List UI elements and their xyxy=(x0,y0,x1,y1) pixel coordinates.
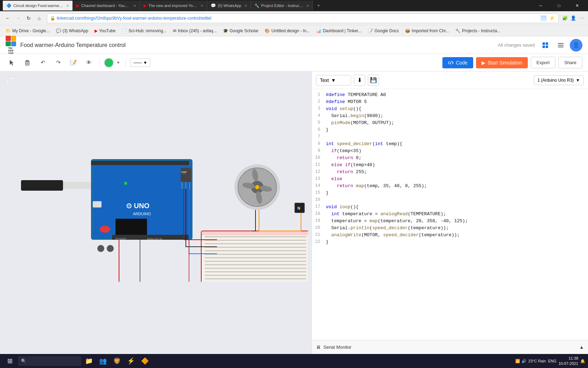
line-number: 10 xyxy=(312,155,326,160)
url-bar[interactable]: 🔒 tinkercad.com/things/fJm8qaz9bVy-food-… xyxy=(47,13,559,23)
line-number: 11 xyxy=(312,162,326,167)
grid-view-button[interactable] xyxy=(539,39,552,52)
line-selector[interactable]: —— ▼ xyxy=(130,59,150,67)
taskbar-search[interactable]: 🔍 xyxy=(18,356,81,366)
dashboard-bm-icon: 📊 xyxy=(316,28,321,33)
code-mode-dropdown[interactable]: Text ▼ xyxy=(316,75,351,86)
undo-button[interactable]: ↶ xyxy=(36,56,49,69)
settings-dots[interactable]: ⋯ xyxy=(578,15,585,22)
redo-button[interactable]: ↷ xyxy=(52,56,64,69)
bookmark-projects[interactable]: 🔧 Projects - Instructa... xyxy=(453,27,503,34)
code-line: 20 Serial.println(speed_decider(temperat… xyxy=(312,225,588,232)
circuit-canvas[interactable]: ↺ ⊙ UNO ARDUINO xyxy=(0,71,312,354)
tab-label: Project Editor - Instructables xyxy=(261,4,303,8)
export-button[interactable]: Export xyxy=(531,57,556,68)
tab-close[interactable]: ✕ xyxy=(201,4,203,8)
bookmark-imported[interactable]: 📦 Imported from Chr... xyxy=(402,27,452,34)
back-button[interactable]: ← xyxy=(3,13,13,23)
tab-close[interactable]: ✕ xyxy=(244,4,247,8)
close-button[interactable]: ✕ xyxy=(569,0,585,11)
time-widget: 11:38 10-07-2021 xyxy=(559,356,578,367)
user-avatar[interactable]: 👤 xyxy=(570,39,582,52)
tab-whatsapp[interactable]: 💬 (5) WhatsApp ✕ xyxy=(207,1,251,11)
svg-rect-5 xyxy=(558,45,564,46)
taskbar-teams[interactable]: 👥 xyxy=(97,355,109,367)
line-code: analogWrite(MOTOR, speed_decider(tempera… xyxy=(326,232,588,238)
svg-point-31 xyxy=(107,245,114,252)
bookmark-label: Projects - Instructa... xyxy=(462,28,500,33)
tab-youtube-new[interactable]: ▶ The new and improved YouTube Stu... ✕ xyxy=(140,1,207,11)
refresh-button[interactable]: ↻ xyxy=(24,13,34,23)
line-number: 1 xyxy=(312,92,326,97)
view-button[interactable]: 👁 xyxy=(83,56,95,69)
code-panel: Text ▼ ⬇ 💾 1 (Arduino Uno R3) ▼ 1#define… xyxy=(312,71,588,354)
tab-tinkercad[interactable]: 🔷 Circuit design Food warmer-Ardu... ✕ xyxy=(3,1,73,11)
home-button[interactable]: ⌂ xyxy=(34,13,44,23)
tab-label: (5) WhatsApp xyxy=(218,4,241,8)
code-editor[interactable]: 1#define TEMPERATURE A02#define MOTOR 53… xyxy=(312,89,588,340)
tab-close[interactable]: ✕ xyxy=(306,4,309,8)
notifications-icon[interactable]: 🔔 xyxy=(580,359,585,363)
color-button[interactable] xyxy=(104,58,114,68)
code-line: 19 temperature = map(temperature, 20, 35… xyxy=(312,218,588,225)
bookmark-scholar[interactable]: 🎓 Google Scholar xyxy=(220,27,261,34)
share-button[interactable]: Share xyxy=(558,57,582,68)
tab-close[interactable]: ✕ xyxy=(66,4,69,8)
play-icon: ▶ xyxy=(482,60,485,66)
download-button[interactable]: ⬇ xyxy=(354,75,365,86)
bookmark-inbox[interactable]: ✉ Inbox (245) - asfaq... xyxy=(170,27,219,34)
line-code: void loop(){ xyxy=(326,204,588,210)
tinkercad-logo[interactable]: TINKERCAD xyxy=(6,36,16,54)
tab-close[interactable]: ✕ xyxy=(133,4,136,8)
app-toolbar: ↶ ↷ 📝 👁 ▼ —— ▼ Code ▶ Start Simulation E… xyxy=(0,54,588,71)
code-button[interactable]: Code xyxy=(442,57,473,68)
forward-button[interactable]: → xyxy=(13,13,23,23)
tab-instructables[interactable]: 🔧 Project Editor - Instructables ✕ xyxy=(251,1,313,11)
taskbar-vscode[interactable]: ⚡ xyxy=(125,355,137,367)
notes-button[interactable]: 📝 xyxy=(67,56,80,69)
bookmark-youtube[interactable]: ▶ YouTube xyxy=(92,27,118,34)
list-view-button[interactable] xyxy=(554,39,567,52)
whatsapp-bm-icon: 💬 xyxy=(56,28,61,33)
taskbar-vlc[interactable]: 🔶 xyxy=(139,355,151,367)
maximize-button[interactable]: □ xyxy=(551,0,567,11)
taskbar-file-explorer[interactable]: 📁 xyxy=(83,355,95,367)
bookmark-my-drive[interactable]: 📁 My Drive - Google... xyxy=(3,27,52,34)
save-code-button[interactable]: 💾 xyxy=(368,75,379,86)
serial-expand-icon[interactable]: ▲ xyxy=(579,345,584,350)
svg-rect-26 xyxy=(91,161,189,165)
new-tab-button[interactable]: + xyxy=(313,1,324,11)
drive-icon: 📁 xyxy=(6,28,11,33)
serial-monitor-bar[interactable]: 🖥 Serial Monitor ▲ xyxy=(312,340,588,354)
code-line: 1#define TEMPERATURE A0 xyxy=(312,92,588,99)
code-line: 3void setup(){ xyxy=(312,106,588,113)
ext-icon-shield[interactable]: 🛡 xyxy=(540,15,547,22)
profile-icon[interactable]: 👤 xyxy=(570,15,577,22)
canva-icon: 🎨 xyxy=(265,28,270,33)
delete-icon xyxy=(24,59,31,66)
line-code: void setup(){ xyxy=(326,106,588,111)
device-dropdown[interactable]: 1 (Arduino Uno R3) ▼ xyxy=(534,75,584,85)
bookmark-dashboard[interactable]: 📊 Dashboard | Tinker... xyxy=(313,27,364,34)
delete-tool[interactable] xyxy=(21,56,34,69)
select-icon xyxy=(8,59,15,66)
svg-text:POWER: POWER xyxy=(115,237,126,240)
line-number: 20 xyxy=(312,225,326,230)
taskbar-brave[interactable]: 🦁 xyxy=(111,355,123,367)
bookmark-gdocs[interactable]: 📝 Google Docs xyxy=(365,27,401,34)
bookmark-scihub[interactable]: 📄 Sci-Hub: removing... xyxy=(119,27,169,34)
select-tool[interactable] xyxy=(6,56,18,69)
extensions-button[interactable]: 🧩 xyxy=(561,15,568,22)
bookmark-untitled[interactable]: 🎨 Untitled design - In... xyxy=(262,27,313,34)
start-button[interactable]: ⊞ xyxy=(3,354,17,368)
tab-youtube-studio[interactable]: ▶ Channel dashboard - YouTube Studio ✕ xyxy=(73,1,140,11)
line-number: 3 xyxy=(312,106,326,111)
ext-icon-bookmark[interactable]: ⚡ xyxy=(548,15,555,22)
color-dropdown[interactable]: ▼ xyxy=(115,56,121,69)
bookmark-whatsapp[interactable]: 💬 (3) WhatsApp xyxy=(53,27,91,34)
start-simulation-button[interactable]: ▶ Start Simulation xyxy=(476,57,528,68)
separator-1 xyxy=(99,59,100,67)
svg-rect-0 xyxy=(542,42,545,45)
serial-monitor-icon: 🖥 xyxy=(316,345,321,350)
minimize-button[interactable]: ─ xyxy=(533,0,549,11)
